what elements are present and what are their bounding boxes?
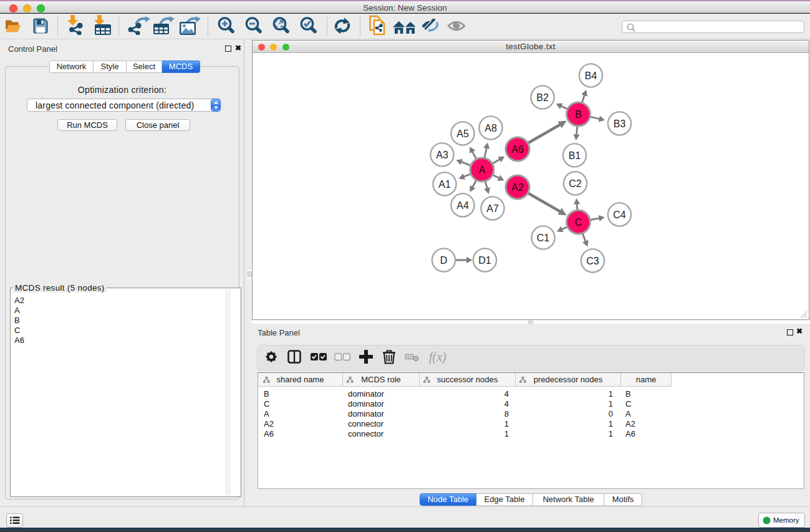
svg-text:D: D — [440, 255, 448, 266]
svg-text:A5: A5 — [456, 128, 469, 139]
svg-text:A8: A8 — [485, 123, 497, 133]
svg-text:D1: D1 — [478, 255, 491, 266]
svg-text:A2: A2 — [511, 182, 524, 193]
svg-text:B: B — [575, 109, 582, 120]
svg-text:B1: B1 — [569, 150, 581, 161]
svg-text:A4: A4 — [456, 200, 469, 211]
svg-text:A3: A3 — [436, 150, 448, 160]
svg-text:B3: B3 — [614, 118, 626, 129]
svg-text:A6: A6 — [511, 144, 524, 155]
svg-text:C4: C4 — [613, 210, 626, 220]
svg-text:f(x): f(x) — [429, 350, 446, 364]
svg-text:A1: A1 — [438, 179, 451, 190]
svg-text:A7: A7 — [486, 203, 499, 214]
svg-text:C: C — [575, 217, 582, 228]
svg-text:B2: B2 — [536, 92, 549, 103]
svg-text:A: A — [479, 165, 486, 175]
svg-text:C1: C1 — [537, 233, 550, 243]
svg-text:C2: C2 — [569, 178, 582, 189]
svg-text:B4: B4 — [585, 70, 597, 81]
svg-text:C3: C3 — [586, 256, 599, 266]
